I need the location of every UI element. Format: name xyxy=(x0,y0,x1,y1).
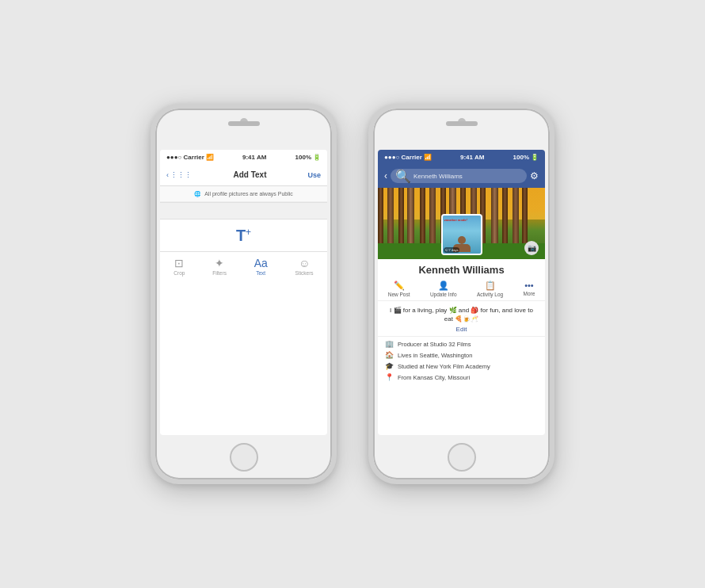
nav-bar-1: ‹ ⋮⋮⋮ Add Text Use xyxy=(160,164,327,186)
stickers-label: Stickers xyxy=(295,270,313,276)
crop-icon: ⊡ xyxy=(174,257,184,269)
carrier-2: ●●●○ Carrier xyxy=(384,154,422,161)
phone-2: ●●●○ Carrier 📶 9:41 AM 100% 🔋 ‹ 🔍 Kennet… xyxy=(368,104,554,484)
back-button-1[interactable]: ‹ ⋮⋮⋮ xyxy=(166,171,192,179)
camera-button[interactable]: 📷 xyxy=(524,241,539,255)
more-label: More xyxy=(524,291,535,296)
bottom-toolbar: ⊡ Crop ✦ Filters Aa Text ☺ Stickers xyxy=(160,251,327,280)
cover-photo: vacation mode! ⏱ 7 days 📷 xyxy=(378,188,545,259)
text-tool-plus-icon: + xyxy=(246,227,251,238)
profile-name: Kenneth Williams xyxy=(378,259,545,279)
carrier-1: ●●●○ Carrier xyxy=(166,154,204,161)
battery-1: 100% xyxy=(295,154,311,161)
work-text: Producer at Studio 32 Films xyxy=(398,341,471,348)
more-icon: ••• xyxy=(524,281,534,290)
bio-area: I 🎬 for a living, play 🌿 and 🎒 for fun, … xyxy=(378,301,545,337)
from-text: From Kansas City, Missouri xyxy=(398,374,470,381)
work-icon: 🏢 xyxy=(384,340,394,348)
filters-button[interactable]: ✦ Filters xyxy=(212,257,227,276)
more-button[interactable]: ••• More xyxy=(524,281,535,297)
stickers-button[interactable]: ☺ Stickers xyxy=(295,257,313,276)
phone-1: ●●●○ Carrier 📶 9:41 AM 100% 🔋 ‹ ⋮⋮⋮ Add … xyxy=(151,104,337,484)
phone-speaker-2 xyxy=(446,121,478,126)
camera-icon: 📷 xyxy=(528,244,536,252)
phone-speaker xyxy=(228,121,260,126)
home-button-2[interactable] xyxy=(448,443,476,472)
profile-info-section: Kenneth Williams ✏️ New Post 👤 Update In… xyxy=(378,259,545,388)
status-right-2: 100% 🔋 xyxy=(513,154,539,161)
fb-search-text: Kenneth Williams xyxy=(413,173,463,180)
edu-text: Studied at New York Film Academy xyxy=(398,363,490,370)
home-icon: 🏠 xyxy=(384,351,394,359)
profile-mini-head xyxy=(458,236,466,244)
info-item-work: 🏢 Producer at Studio 32 Films xyxy=(384,340,539,348)
wifi-icon-2: 📶 xyxy=(424,154,432,161)
home-button-1[interactable] xyxy=(230,443,258,472)
info-bar: 🌐 All profile pictures are always Public xyxy=(160,186,327,202)
status-right-1: 100% 🔋 xyxy=(295,154,321,161)
profile-inner: vacation mode! ⏱ 7 days xyxy=(443,216,481,254)
new-post-icon: ✏️ xyxy=(394,281,405,291)
filters-icon: ✦ xyxy=(215,257,224,269)
globe-icon: 🌐 xyxy=(194,191,201,197)
home-text: Lives in Seattle, Washington xyxy=(398,352,472,359)
status-bar-2: ●●●○ Carrier 📶 9:41 AM 100% 🔋 xyxy=(378,150,545,164)
battery-icon-2: 🔋 xyxy=(531,154,539,161)
action-row: ✏️ New Post 👤 Update Info 📋 Activity Log… xyxy=(378,279,545,301)
new-post-button[interactable]: ✏️ New Post xyxy=(388,281,410,297)
fb-gear-icon[interactable]: ⚙ xyxy=(530,170,539,181)
crop-button[interactable]: ⊡ Crop xyxy=(173,257,185,276)
empty-strip xyxy=(160,202,327,220)
info-item-from: 📍 From Kansas City, Missouri xyxy=(384,373,539,381)
time-2: 9:41 AM xyxy=(460,154,484,161)
new-post-label: New Post xyxy=(388,292,410,297)
crop-label: Crop xyxy=(173,270,185,276)
nav-title-1: Add Text xyxy=(233,170,266,179)
wifi-icon-1: 📶 xyxy=(206,154,214,161)
fb-back-button[interactable]: ‹ xyxy=(384,170,387,181)
profile-timer: ⏱ 7 days xyxy=(444,247,460,253)
battery-2: 100% xyxy=(513,154,529,161)
search-icon: 🔍 xyxy=(395,169,411,184)
bio-edit-button[interactable]: Edit xyxy=(386,326,537,333)
edu-icon: 🎓 xyxy=(384,362,394,370)
info-item-home: 🏠 Lives in Seattle, Washington xyxy=(384,351,539,359)
text-tool-area[interactable]: T + xyxy=(160,220,327,251)
status-left-2: ●●●○ Carrier 📶 xyxy=(384,154,432,161)
use-button[interactable]: Use xyxy=(307,171,321,179)
info-list: 🏢 Producer at Studio 32 Films 🏠 Lives in… xyxy=(378,337,545,388)
status-left-1: ●●●○ Carrier 📶 xyxy=(166,154,214,161)
status-bar-1: ●●●○ Carrier 📶 9:41 AM 100% 🔋 xyxy=(160,150,327,164)
fb-nav-bar: ‹ 🔍 Kenneth Williams ⚙ xyxy=(378,164,545,188)
phone-2-screen: ●●●○ Carrier 📶 9:41 AM 100% 🔋 ‹ 🔍 Kennet… xyxy=(378,150,545,435)
update-info-label: Update Info xyxy=(430,292,457,297)
profile-vacation-text: vacation mode! xyxy=(444,218,467,222)
profile-picture: vacation mode! ⏱ 7 days xyxy=(441,214,482,255)
phone-1-screen: ●●●○ Carrier 📶 9:41 AM 100% 🔋 ‹ ⋮⋮⋮ Add … xyxy=(160,150,327,435)
bio-text: I 🎬 for a living, play 🌿 and 🎒 for fun, … xyxy=(386,306,537,323)
stickers-icon: ☺ xyxy=(299,257,310,269)
fb-search-bar[interactable]: 🔍 Kenneth Williams xyxy=(391,169,527,183)
text-icon: Aa xyxy=(254,257,268,269)
text-label: Text xyxy=(256,270,265,276)
info-text: All profile pictures are always Public xyxy=(204,191,293,197)
filters-label: Filters xyxy=(212,270,227,276)
location-icon: 📍 xyxy=(384,373,394,381)
update-info-icon: 👤 xyxy=(438,281,449,291)
info-item-edu: 🎓 Studied at New York Film Academy xyxy=(384,362,539,370)
battery-icon-1: 🔋 xyxy=(313,154,321,161)
activity-log-icon: 📋 xyxy=(485,281,496,291)
activity-log-label: Activity Log xyxy=(477,292,503,297)
time-1: 9:41 AM xyxy=(242,154,266,161)
text-tool-icon: T xyxy=(236,227,246,245)
text-button[interactable]: Aa Text xyxy=(254,257,268,276)
activity-log-button[interactable]: 📋 Activity Log xyxy=(477,281,503,297)
update-info-button[interactable]: 👤 Update Info xyxy=(430,281,457,297)
